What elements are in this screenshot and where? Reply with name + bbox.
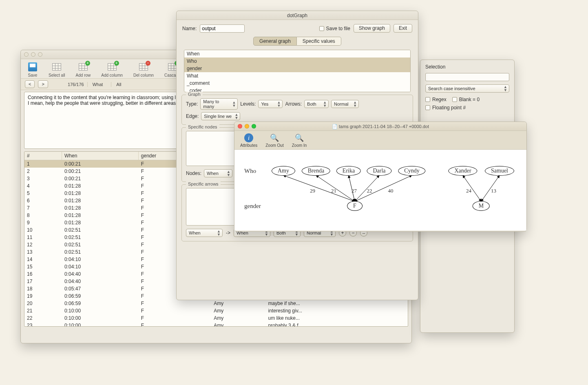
- dotgraph-titlebar[interactable]: dotGraph: [177, 11, 418, 20]
- name-label: Name:: [182, 26, 197, 31]
- graph-node[interactable]: Darla: [367, 166, 391, 176]
- edge-weight: 29: [310, 188, 315, 194]
- prev-button[interactable]: <: [25, 80, 35, 88]
- tab-general-graph[interactable]: General graph: [253, 37, 297, 46]
- edge-weight: 24: [466, 188, 471, 194]
- graph-node[interactable]: Brenda: [302, 166, 330, 176]
- nodes-select[interactable]: When▲▼: [204, 169, 232, 177]
- graph-group: Graph Type: Many to many▲▼ Levels: Yes▲▼…: [181, 95, 413, 125]
- record-counter: 176/176: [68, 82, 84, 87]
- add-column-button[interactable]: +Add column: [101, 62, 123, 77]
- edge-select[interactable]: Single line we▲▼: [201, 112, 240, 120]
- edge-label: Edge:: [186, 113, 199, 119]
- field-list-item[interactable]: gender: [184, 65, 410, 72]
- arrows-dir-select[interactable]: Both▲▼: [304, 100, 329, 108]
- edge-weight: 27: [351, 188, 357, 194]
- window-controls[interactable]: [238, 124, 256, 128]
- edge-weight: 22: [367, 188, 372, 194]
- zoom-in-icon: 🔍: [295, 133, 304, 142]
- next-button[interactable]: >: [38, 80, 48, 88]
- arrow-from-select[interactable]: When▲▼: [186, 229, 223, 237]
- type-select[interactable]: Many to many▲▼: [200, 98, 238, 110]
- graph-viewer-window: 📄 tams graph 2021-11-04 18--20--47 +0000…: [234, 122, 527, 232]
- graph-node[interactable]: Amy: [272, 166, 295, 176]
- levels-label: Levels:: [240, 101, 256, 107]
- field-list-item[interactable]: _coder: [184, 87, 410, 92]
- levels-select[interactable]: Yes▲▼: [258, 100, 283, 108]
- field-list-item[interactable]: When: [184, 50, 410, 58]
- edge-weight: 13: [491, 188, 496, 194]
- field-list-item[interactable]: Who: [184, 58, 410, 65]
- nav-filter[interactable]: All: [111, 82, 126, 87]
- nav-column[interactable]: What: [87, 82, 108, 87]
- exit-button[interactable]: Exit: [393, 24, 412, 33]
- regex-checkbox[interactable]: Regex: [425, 97, 447, 102]
- fields-listbox[interactable]: WhenWhogenderWhat_comment_coder: [184, 50, 411, 92]
- svg-line-5: [463, 175, 481, 201]
- svg-line-6: [481, 175, 500, 201]
- type-label: Type:: [186, 101, 198, 107]
- attributes-button[interactable]: i Attributes: [240, 133, 257, 148]
- selection-search-input[interactable]: [425, 73, 509, 81]
- blank-checkbox[interactable]: Blank = 0: [452, 97, 480, 102]
- table-row[interactable]: 230:10:00FAmyprobably 3 & f...: [24, 322, 408, 327]
- graph-node[interactable]: Xander: [448, 166, 477, 176]
- row-label-who: Who: [244, 168, 256, 175]
- graph-viewer-titlebar[interactable]: 📄 tams graph 2021-11-04 18--20--47 +0000…: [234, 122, 526, 131]
- search-mode-select[interactable]: Search case insensitive▲▼: [425, 84, 509, 93]
- save-button[interactable]: Save: [27, 62, 38, 77]
- column-header[interactable]: When: [62, 152, 139, 160]
- del-column-button[interactable]: −Del column: [133, 62, 154, 77]
- svg-line-0: [283, 175, 355, 201]
- svg-line-4: [355, 175, 412, 201]
- arrow-to-label: ->: [226, 230, 230, 236]
- info-icon: i: [244, 133, 253, 142]
- field-list-item[interactable]: What: [184, 72, 410, 80]
- show-graph-button[interactable]: Show graph: [354, 24, 390, 33]
- zoom-out-button[interactable]: 🔍 Zoom Out: [265, 133, 283, 148]
- arrows-style-select[interactable]: Normal▲▼: [331, 100, 359, 108]
- graph-file-title: tams graph 2021-11-04 18--20--47 +0000.d…: [339, 124, 429, 129]
- table-row[interactable]: 220:10:00FAmyum like nuke...: [24, 314, 408, 322]
- graph-node[interactable]: Cyndy: [398, 166, 425, 176]
- select-all-button[interactable]: Select all: [49, 62, 65, 77]
- save-to-file-checkbox[interactable]: Save to file: [319, 26, 350, 31]
- selection-title: Selection: [425, 64, 509, 70]
- graph-canvas[interactable]: Who gender AmyBrendaErikaDarlaCyndyXande…: [234, 150, 526, 230]
- add-row-button[interactable]: +Add row: [76, 62, 91, 77]
- tab-specific-values[interactable]: Specific values: [297, 37, 341, 46]
- arrows-label: Arrows:: [285, 101, 302, 107]
- graph-node[interactable]: F: [347, 201, 363, 211]
- nodes-label: Nodes:: [186, 170, 201, 176]
- graph-node[interactable]: Erika: [336, 166, 361, 176]
- zoom-in-button[interactable]: 🔍 Zoom In: [292, 133, 307, 148]
- float-checkbox[interactable]: Floating point #: [425, 105, 466, 111]
- field-list-item[interactable]: _comment: [184, 80, 410, 87]
- window-controls[interactable]: [24, 52, 42, 57]
- name-input[interactable]: [200, 24, 245, 33]
- zoom-out-icon: 🔍: [270, 133, 279, 142]
- edge-weight: 40: [388, 188, 393, 194]
- edge-weight: 21: [331, 188, 336, 194]
- column-header[interactable]: #: [24, 152, 62, 160]
- row-label-gender: gender: [244, 203, 261, 210]
- table-row[interactable]: 210:10:00FAmyinteresting giv...: [24, 307, 408, 314]
- graph-node[interactable]: M: [473, 201, 490, 211]
- graph-node[interactable]: Samuel: [485, 166, 514, 176]
- table-row[interactable]: 200:06:59FAmymaybe if she...: [24, 300, 408, 307]
